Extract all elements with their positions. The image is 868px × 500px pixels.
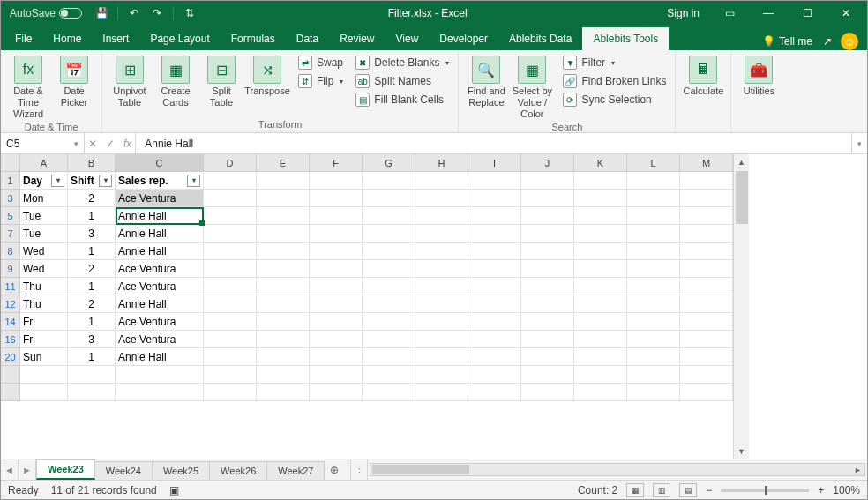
split-table-button[interactable]: ⊟Split Table xyxy=(199,54,243,108)
cell-blank[interactable] xyxy=(363,366,415,384)
cell-blank[interactable] xyxy=(116,366,204,384)
cell-G9[interactable] xyxy=(363,260,415,278)
cell-F8[interactable] xyxy=(310,243,363,260)
cell-F12[interactable] xyxy=(310,295,363,313)
cell-blank[interactable] xyxy=(204,366,257,384)
cell-L16[interactable] xyxy=(627,331,680,348)
filter-dropdown-icon[interactable]: ▾ xyxy=(99,175,112,187)
cell-F5[interactable] xyxy=(310,207,363,225)
cell-A16[interactable]: Fri xyxy=(20,331,68,348)
cell-B12[interactable]: 2 xyxy=(68,295,116,313)
row-header-7[interactable]: 7 xyxy=(1,225,20,243)
delete-blanks-button[interactable]: ✖Delete Blanks▾ xyxy=(352,54,453,71)
cell-blank[interactable] xyxy=(415,384,468,401)
cell-blank[interactable] xyxy=(257,366,310,384)
cell-B11[interactable]: 1 xyxy=(68,278,116,295)
utilities-button[interactable]: 🧰Utilities xyxy=(737,54,781,97)
cell-D1[interactable] xyxy=(204,172,257,190)
cell-M1[interactable] xyxy=(680,172,733,190)
row-header-20[interactable]: 20 xyxy=(1,348,20,366)
cell-E7[interactable] xyxy=(257,225,310,243)
zoom-slider[interactable] xyxy=(721,489,809,492)
date-picker-button[interactable]: 📅Date Picker xyxy=(52,54,96,108)
col-header-G[interactable]: G xyxy=(363,154,415,172)
cell-F16[interactable] xyxy=(310,331,363,348)
zoom-out-icon[interactable]: − xyxy=(706,484,712,496)
sheet-tab-Week26[interactable]: Week26 xyxy=(209,461,267,480)
cell-D8[interactable] xyxy=(204,243,257,260)
cell-D5[interactable] xyxy=(204,207,257,225)
cell-E14[interactable] xyxy=(257,313,310,331)
cell-blank[interactable] xyxy=(204,384,257,401)
expand-formula-icon[interactable]: ▾ xyxy=(851,133,867,153)
view-page-layout-icon[interactable]: ▥ xyxy=(653,483,670,497)
filter-dropdown-icon[interactable]: ▾ xyxy=(187,175,200,187)
redo-icon[interactable]: ↷ xyxy=(150,6,164,20)
cell-J7[interactable] xyxy=(521,225,574,243)
cell-H7[interactable] xyxy=(415,225,468,243)
cell-blank[interactable] xyxy=(468,384,521,401)
row-header-8[interactable]: 8 xyxy=(1,243,20,260)
cell-K5[interactable] xyxy=(574,207,627,225)
cell-J12[interactable] xyxy=(521,295,574,313)
cell-blank[interactable] xyxy=(68,366,116,384)
cell-F1[interactable] xyxy=(310,172,363,190)
select-by-value-button[interactable]: ▦Select by Value / Color xyxy=(510,54,554,120)
col-header-J[interactable]: J xyxy=(521,154,574,172)
cell-I8[interactable] xyxy=(468,243,521,260)
swap-button[interactable]: ⇄Swap xyxy=(295,54,347,71)
cell-I7[interactable] xyxy=(468,225,521,243)
formula-input[interactable]: Annie Hall xyxy=(136,133,851,153)
filter-button[interactable]: ▼Filter▾ xyxy=(559,54,670,71)
create-cards-button[interactable]: ▦Create Cards xyxy=(153,54,198,108)
cell-blank[interactable] xyxy=(468,366,521,384)
cell-I11[interactable] xyxy=(468,278,521,295)
cell-K8[interactable] xyxy=(574,243,627,260)
cell-D11[interactable] xyxy=(204,278,257,295)
cell-A12[interactable]: Thu xyxy=(20,295,68,313)
row-header-12[interactable]: 12 xyxy=(1,295,20,313)
scroll-thumb[interactable] xyxy=(736,171,748,224)
cell-blank[interactable] xyxy=(257,384,310,401)
cancel-icon[interactable]: ✕ xyxy=(88,138,97,150)
cell-G8[interactable] xyxy=(363,243,415,260)
cell-H3[interactable] xyxy=(415,190,468,207)
fx-icon[interactable]: fx xyxy=(123,138,131,150)
cell-H14[interactable] xyxy=(415,313,468,331)
autosave-toggle[interactable]: AutoSave xyxy=(10,7,82,19)
cell-M7[interactable] xyxy=(680,225,733,243)
cell-M9[interactable] xyxy=(680,260,733,278)
cell-J8[interactable] xyxy=(521,243,574,260)
cell-J3[interactable] xyxy=(521,190,574,207)
col-header-B[interactable]: B xyxy=(68,154,116,172)
date-time-wizard-button[interactable]: fxDate & Time Wizard xyxy=(6,54,50,120)
tab-insert[interactable]: Insert xyxy=(92,27,139,50)
cell-E5[interactable] xyxy=(257,207,310,225)
cell-blank[interactable] xyxy=(521,366,574,384)
sheet-tab-Week27[interactable]: Week27 xyxy=(266,461,325,480)
sort-icon[interactable]: ⇅ xyxy=(183,6,197,20)
cell-C20[interactable]: Annie Hall xyxy=(116,348,204,366)
cell-L14[interactable] xyxy=(627,313,680,331)
cell-M16[interactable] xyxy=(680,331,733,348)
cell-J11[interactable] xyxy=(521,278,574,295)
cell-D7[interactable] xyxy=(204,225,257,243)
col-header-I[interactable]: I xyxy=(468,154,521,172)
cell-B14[interactable]: 1 xyxy=(68,313,116,331)
col-header-F[interactable]: F xyxy=(310,154,363,172)
cell-blank[interactable] xyxy=(415,366,468,384)
cell-C16[interactable]: Ace Ventura xyxy=(116,331,204,348)
cell-A20[interactable]: Sun xyxy=(20,348,68,366)
cell-D16[interactable] xyxy=(204,331,257,348)
cell-A14[interactable]: Fri xyxy=(20,313,68,331)
view-page-break-icon[interactable]: ▤ xyxy=(679,483,697,497)
cell-J1[interactable] xyxy=(521,172,574,190)
filter-dropdown-icon[interactable]: ▾ xyxy=(51,175,64,187)
cell-D3[interactable] xyxy=(204,190,257,207)
cell-I12[interactable] xyxy=(468,295,521,313)
cell-M20[interactable] xyxy=(680,348,733,366)
cell-D20[interactable] xyxy=(204,348,257,366)
cell-G3[interactable] xyxy=(363,190,415,207)
cell-E3[interactable] xyxy=(257,190,310,207)
cell-L3[interactable] xyxy=(627,190,680,207)
